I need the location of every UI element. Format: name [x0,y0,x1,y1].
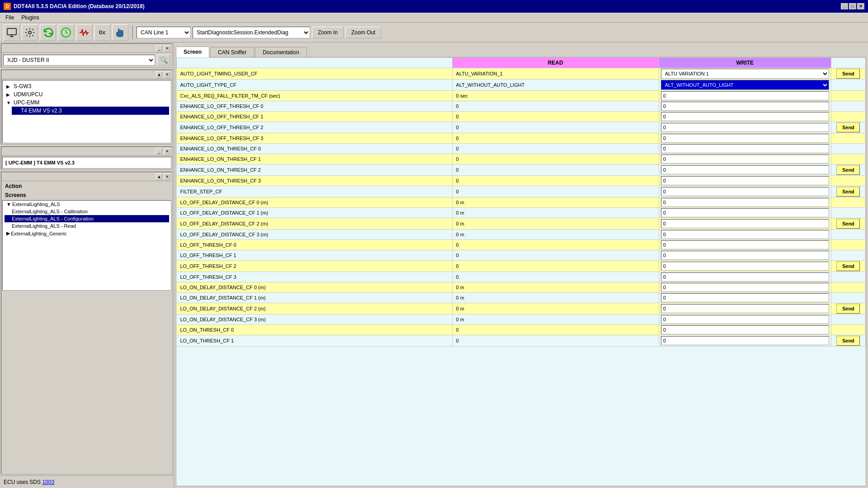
screen-item-als[interactable]: ▼ ExternalLighting_ALS [5,201,169,208]
minimize-button[interactable]: _ [841,3,848,9]
tool-settings-button[interactable] [22,24,38,41]
window-controls[interactable]: _ □ ✕ [841,3,864,9]
write-input[interactable] [661,208,829,217]
ecu-tree-close[interactable]: ✕ [164,71,170,78]
menu-file[interactable]: File [2,14,18,22]
cell-write[interactable] [659,197,831,208]
cell-write[interactable] [659,314,831,325]
tool-hand-button[interactable] [112,24,128,41]
send-button[interactable]: Send [836,336,860,346]
cell-write[interactable] [659,122,831,133]
cell-write[interactable] [659,303,831,314]
write-input[interactable] [661,91,829,100]
tree-item-udm[interactable]: ▶ UDM/UPCU [5,90,169,99]
send-button[interactable]: Send [836,122,860,132]
write-input[interactable] [661,134,829,143]
send-button[interactable]: Send [836,165,860,175]
write-input[interactable] [661,187,829,196]
write-input[interactable] [661,251,829,260]
send-button[interactable]: Send [836,261,860,271]
write-input[interactable] [661,262,829,271]
ecu-dropdown[interactable]: XJD - DUSTER II [3,55,155,66]
screen-item-calibration[interactable]: ExternalLighting_ALS - Calibration [5,208,169,215]
write-select[interactable]: ALT_WITHOUT_AUTO_LIGHT [661,80,829,90]
ecu-tree-minimize[interactable]: ▲ [156,71,162,78]
cell-write[interactable] [659,250,831,261]
cell-write[interactable] [659,208,831,218]
cell-write[interactable] [659,218,831,230]
tool-connect-button[interactable] [58,24,74,41]
cell-write[interactable] [659,164,831,176]
cell-write[interactable] [659,230,831,240]
write-input[interactable] [661,112,829,121]
write-input[interactable] [661,155,829,164]
cell-write[interactable] [659,112,831,122]
write-input[interactable] [661,230,829,239]
send-button[interactable]: Send [836,304,860,314]
ecu-panel-minimize[interactable]: _ [156,45,162,52]
cell-write[interactable] [659,101,831,112]
zoom-out-button[interactable]: Zoom Out [345,27,381,38]
table-wrapper[interactable]: READ WRITE AUTO_LIGHT_TIMING_USER_CFALTU… [176,57,866,486]
write-input[interactable] [661,102,829,111]
tree-item-upcemm[interactable]: ▼ UPC-EMM [5,99,169,107]
cell-write[interactable] [659,91,831,101]
write-input[interactable] [661,144,829,153]
cell-write[interactable] [659,133,831,144]
menu-plugins[interactable]: Plugins [18,14,42,22]
session-select[interactable]: StartDiagnosticSession.ExtendedDiag [193,27,310,38]
tree-item-sgw3[interactable]: ▶ S-GW3 [5,82,169,90]
search-button[interactable]: 🔍 [157,55,170,66]
write-input[interactable] [661,198,829,207]
write-input[interactable] [661,315,829,324]
write-select[interactable]: ALTU VARIATION 1 [661,69,829,79]
cell-write[interactable]: ALT_WITHOUT_AUTO_LIGHT [659,80,831,91]
write-input[interactable] [661,293,829,302]
tree-item-t4emm[interactable]: T4 EMM VS v2.3 [12,107,169,115]
tool-monitor-button[interactable] [4,24,20,41]
write-input[interactable] [661,325,829,334]
screen-item-configuration[interactable]: ExternalLighting_ALS - Configuration [5,215,169,222]
cell-write[interactable] [659,293,831,303]
write-input[interactable] [661,123,829,132]
cell-write[interactable] [659,325,831,335]
tab-can-sniffer[interactable]: CAN Sniffer [210,47,254,57]
tool-refresh-button[interactable] [40,24,56,41]
tab-documentation[interactable]: Documentation [255,47,307,57]
zoom-in-button[interactable]: Zoom In [312,27,344,38]
write-input[interactable] [661,219,829,228]
send-button[interactable]: Send [836,187,860,197]
cell-write[interactable] [659,261,831,272]
cell-write[interactable] [659,272,831,282]
ecu-panel-close[interactable]: ✕ [164,45,170,52]
write-input[interactable] [661,336,829,345]
write-input[interactable] [661,240,829,249]
write-input[interactable] [661,304,829,313]
tool-heartbeat-button[interactable] [76,24,92,41]
cell-write[interactable] [659,144,831,154]
tab-screen[interactable]: Screen [176,47,209,57]
restore-button[interactable]: □ [849,3,856,9]
cell-write[interactable] [659,154,831,164]
close-button[interactable]: ✕ [857,3,864,9]
screen-item-generic[interactable]: ▶ ExternalLighting_Generic [5,230,169,237]
write-input[interactable] [661,272,829,282]
write-input[interactable] [661,283,829,292]
cell-write[interactable]: ALTU VARIATION 1 [659,68,831,80]
info-minimize[interactable]: _ [156,148,162,155]
can-line-select[interactable]: CAN Line 1 CAN Line 2 [137,27,191,38]
cell-write[interactable] [659,335,831,347]
status-link[interactable]: 1003 [42,479,54,485]
cell-write[interactable] [659,176,831,186]
action-minimize[interactable]: ▲ [156,174,162,180]
cell-write[interactable] [659,240,831,250]
write-input[interactable] [661,176,829,185]
send-button[interactable]: Send [836,69,860,79]
write-input[interactable] [661,165,829,174]
info-close[interactable]: ✕ [164,148,170,155]
tool-hex-button[interactable]: 0x [94,24,110,41]
action-close[interactable]: ✕ [164,174,170,180]
cell-write[interactable] [659,282,831,293]
send-button[interactable]: Send [836,219,860,229]
screen-item-read[interactable]: ExternalLighting_ALS - Read [5,222,169,230]
